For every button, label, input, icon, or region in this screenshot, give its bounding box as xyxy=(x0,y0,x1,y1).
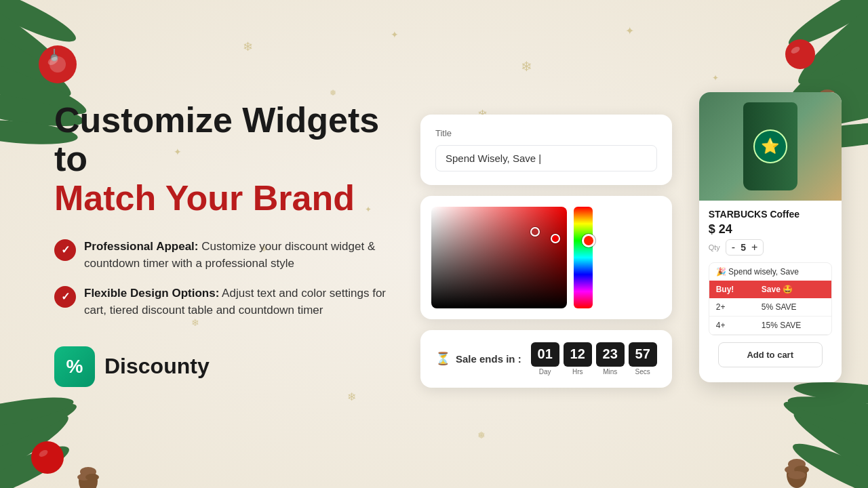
title-widget-input[interactable] xyxy=(435,145,657,171)
countdown-label: ⏳ Sale ends in : xyxy=(435,351,521,366)
checkmark-icon-1 xyxy=(54,239,76,261)
title-widget-label: Title xyxy=(435,128,657,138)
discount-row-2: 4+ 15% SAVE xyxy=(709,317,831,335)
countdown-label-text: Sale ends in : xyxy=(456,353,521,365)
product-name: STARBUCKS Coffee xyxy=(709,209,832,220)
product-card: ⭐ STARBUCKS Coffee $ 24 Qty - 5 + xyxy=(699,92,842,382)
middle-section: Title ⏳ Sale ends in : 01 Day xyxy=(420,115,672,388)
discount-table: Buy! Save 🤩 2+ 5% SAVE 4+ 15% SAV xyxy=(709,281,831,335)
quantity-row: Qty - 5 + xyxy=(709,239,832,256)
countdown-hrs-value: 12 xyxy=(564,342,592,367)
discount-qty-1: 2+ xyxy=(709,298,755,317)
countdown-blocks: 01 Day 12 Hrs 23 Mins 57 Secs xyxy=(531,342,657,375)
product-price: $ 24 xyxy=(709,222,832,237)
feature-item-2: Flexible Design Options: Adjust text and… xyxy=(54,285,393,319)
product-image: ⭐ xyxy=(699,92,842,201)
countdown-secs-value: 57 xyxy=(629,342,657,367)
countdown-mins-value: 23 xyxy=(596,342,625,367)
color-picker-handle-1[interactable] xyxy=(530,227,540,237)
countdown-mins: 23 Mins xyxy=(596,342,625,375)
feature-title-1: Professional Appeal: xyxy=(84,240,198,253)
color-hue-thumb[interactable] xyxy=(582,234,595,247)
color-hue-slider[interactable] xyxy=(574,207,593,308)
brand-icon-symbol: % xyxy=(66,356,83,378)
feature-text-2: Flexible Design Options: Adjust text and… xyxy=(84,285,393,319)
left-section: Customize Widgets to Match Your Brand Pr… xyxy=(54,101,393,387)
discount-save-2: 15% SAVE xyxy=(755,317,831,335)
countdown-widget-card: ⏳ Sale ends in : 01 Day 12 Hrs 23 Mins 5… xyxy=(420,330,672,388)
countdown-hrs-unit: Hrs xyxy=(572,368,583,375)
feature-title-2: Flexible Design Options: xyxy=(84,287,219,300)
discount-table-header-row: Buy! Save 🤩 xyxy=(709,281,831,298)
qty-label: Qty xyxy=(709,243,720,251)
right-section: ⭐ STARBUCKS Coffee $ 24 Qty - 5 + xyxy=(699,92,848,382)
title-widget-card: Title xyxy=(420,115,672,185)
countdown-hrs: 12 Hrs xyxy=(564,342,592,375)
hero-title-line1: Customize Widgets to xyxy=(54,101,393,178)
countdown-days-value: 01 xyxy=(531,342,559,367)
color-picker-handle-2[interactable] xyxy=(551,234,560,243)
qty-minus-btn[interactable]: - xyxy=(732,242,735,253)
hero-title: Customize Widgets to Match Your Brand xyxy=(54,101,393,218)
discount-row-1: 2+ 5% SAVE xyxy=(709,298,831,317)
qty-plus-btn[interactable]: + xyxy=(751,242,757,253)
brand-icon: % xyxy=(54,346,95,387)
checkmark-icon-2 xyxy=(54,286,76,308)
countdown-days: 01 Day xyxy=(531,342,559,375)
countdown-secs: 57 Secs xyxy=(629,342,657,375)
feature-item-1: Professional Appeal: Customize your disc… xyxy=(54,238,393,272)
brand-name: Discounty xyxy=(104,354,210,379)
qty-controls: - 5 + xyxy=(726,239,764,256)
features-list: Professional Appeal: Customize your disc… xyxy=(54,238,393,319)
brand-logo: % Discounty xyxy=(54,346,393,387)
starbucks-logo: ⭐ xyxy=(753,129,787,163)
add-to-cart-button[interactable]: Add to cart xyxy=(718,342,823,367)
discount-header-label: 🎉 Spend wisely, Save xyxy=(709,263,831,281)
color-picker-card xyxy=(420,196,672,319)
starbucks-bottle: ⭐ xyxy=(743,102,797,190)
product-info: STARBUCKS Coffee $ 24 Qty - 5 + 🎉 Spend … xyxy=(699,201,842,382)
discount-col-buy: Buy! xyxy=(709,281,755,298)
discount-col-save: Save 🤩 xyxy=(755,281,831,298)
hourglass-icon: ⏳ xyxy=(435,351,450,366)
discount-qty-2: 4+ xyxy=(709,317,755,335)
discount-save-1: 5% SAVE xyxy=(755,298,831,317)
countdown-mins-unit: Mins xyxy=(603,368,617,375)
qty-value: 5 xyxy=(741,242,746,253)
feature-text-1: Professional Appeal: Customize your disc… xyxy=(84,238,393,272)
countdown-secs-unit: Secs xyxy=(635,368,650,375)
countdown-days-unit: Day xyxy=(539,368,551,375)
hero-title-line2: Match Your Brand xyxy=(54,179,393,218)
main-content: Customize Widgets to Match Your Brand Pr… xyxy=(0,0,868,488)
color-gradient-area[interactable] xyxy=(431,207,567,308)
discount-widget: 🎉 Spend wisely, Save Buy! Save 🤩 2+ 5% xyxy=(709,262,832,336)
